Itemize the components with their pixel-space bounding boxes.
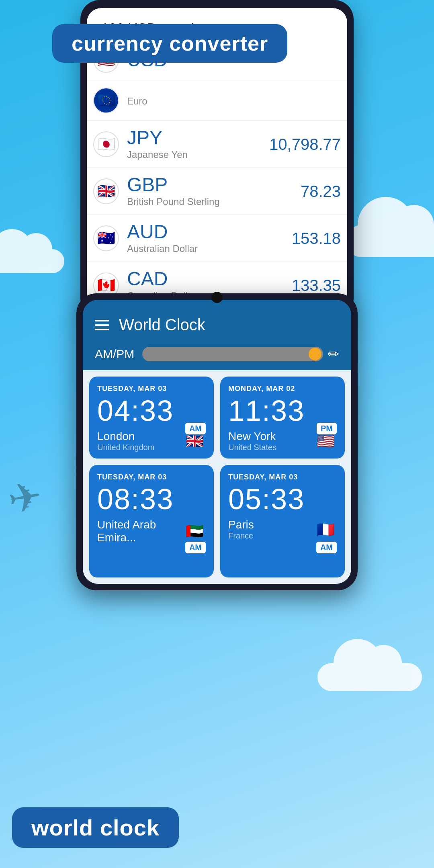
clock-card-paris[interactable]: TUESDAY, MAR 03 05:33 AM Paris France 🇫🇷 <box>220 465 345 577</box>
cloud-decoration-2 <box>0 249 64 273</box>
card-city-row-paris: Paris France 🇫🇷 <box>228 518 337 540</box>
flag-eur: 🇪🇺 <box>93 88 119 113</box>
card-city-info-newyork: New York United States <box>228 430 314 452</box>
card-city-row-uae: United Arab Emira... 🇦🇪 <box>97 518 206 544</box>
currency-value-aud: 153.18 <box>292 229 341 248</box>
currency-info-gbp: GBP British Pound Sterling <box>127 175 301 207</box>
card-flag-newyork: 🇺🇸 <box>314 434 337 449</box>
clock-card-london[interactable]: TUESDAY, MAR 03 04:33 AM London United K… <box>89 377 214 459</box>
card-time-paris: 05:33 <box>228 485 337 514</box>
currency-value-cad: 133.35 <box>292 276 341 295</box>
currency-code-cad: CAD <box>127 269 292 289</box>
airplane-decoration: ✈ <box>4 472 45 524</box>
edit-icon[interactable]: ✏ <box>328 346 339 362</box>
currency-row-gbp: 🇬🇧 GBP British Pound Sterling 78.23 <box>87 168 347 215</box>
world-clock-title: World Clock <box>119 316 339 334</box>
currency-converter-label: currency converter <box>72 32 268 55</box>
clock-grid: TUESDAY, MAR 03 04:33 AM London United K… <box>83 370 351 584</box>
currency-name-aud: Australian Dollar <box>127 243 292 254</box>
hamburger-line-3 <box>95 329 109 330</box>
clock-card-uae[interactable]: TUESDAY, MAR 03 08:33 AM United Arab Emi… <box>89 465 214 577</box>
world-clock-label-box: world clock <box>12 807 179 848</box>
currency-row-jpy: 🇯🇵 JPY Japanese Yen 10,798.77 <box>87 121 347 168</box>
card-city-paris: Paris <box>228 518 314 531</box>
phone-camera <box>211 292 223 303</box>
card-ampm-uae: AM <box>185 542 206 553</box>
card-city-newyork: New York <box>228 430 314 443</box>
card-flag-paris: 🇫🇷 <box>314 522 337 537</box>
card-date-uae: TUESDAY, MAR 03 <box>97 473 206 481</box>
currency-name-eur: Euro <box>127 96 341 107</box>
card-ampm-paris: AM <box>316 542 337 553</box>
world-clock-header: World Clock <box>83 300 351 342</box>
world-clock-subheader: AM/PM ✏ <box>83 342 351 370</box>
toggle-knob <box>309 348 321 360</box>
hamburger-line-2 <box>95 324 109 326</box>
flag-aud: 🇦🇺 <box>93 225 119 251</box>
card-city-info-uae: United Arab Emira... <box>97 518 183 544</box>
currency-code-gbp: GBP <box>127 175 301 194</box>
card-date-paris: TUESDAY, MAR 03 <box>228 473 337 481</box>
card-flag-london: 🇬🇧 <box>183 434 206 449</box>
currency-code-jpy: JPY <box>127 128 269 147</box>
card-flag-uae: 🇦🇪 <box>183 524 206 539</box>
currency-name-jpy: Japanese Yen <box>127 149 269 160</box>
currency-row-aud: 🇦🇺 AUD Australian Dollar 153.18 <box>87 215 347 262</box>
card-ampm-newyork: PM <box>317 423 337 434</box>
currency-info-eur: Euro <box>127 94 341 107</box>
world-clock-label: world clock <box>31 815 160 840</box>
card-country-london: United Kingdom <box>97 443 183 452</box>
currency-name-gbp: British Pound Sterling <box>127 196 301 207</box>
card-city-uae: United Arab Emira... <box>97 518 183 544</box>
cloud-decoration-3 <box>317 663 422 691</box>
card-time-london: 04:33 <box>97 396 206 425</box>
card-time-uae: 08:33 <box>97 485 206 514</box>
currency-info-aud: AUD Australian Dollar <box>127 222 292 254</box>
currency-value-jpy: 10,798.77 <box>269 135 341 154</box>
flag-gbp: 🇬🇧 <box>93 178 119 204</box>
hamburger-menu-button[interactable] <box>95 320 109 330</box>
currency-row-eur: 🇪🇺 Euro <box>87 80 347 121</box>
card-country-newyork: United States <box>228 443 314 452</box>
card-country-paris: France <box>228 531 314 540</box>
hamburger-line-1 <box>95 320 109 321</box>
card-city-info-paris: Paris France <box>228 518 314 540</box>
ampm-toggle[interactable] <box>142 347 323 361</box>
clock-card-newyork[interactable]: MONDAY, MAR 02 11:33 PM New York United … <box>220 377 345 459</box>
ampm-label: AM/PM <box>95 347 134 361</box>
world-clock-phone: World Clock AM/PM ✏ TUESDAY, MAR 03 04:3… <box>76 293 358 590</box>
cloud-decoration-1 <box>346 225 434 257</box>
card-date-london: TUESDAY, MAR 03 <box>97 385 206 393</box>
currency-converter-label-box: currency converter <box>52 24 287 63</box>
card-time-newyork: 11:33 <box>228 396 337 425</box>
card-city-london: London <box>97 430 183 443</box>
flag-jpy: 🇯🇵 <box>93 131 119 157</box>
currency-info-jpy: JPY Japanese Yen <box>127 128 269 160</box>
card-city-info-london: London United Kingdom <box>97 430 183 452</box>
card-date-newyork: MONDAY, MAR 02 <box>228 385 337 393</box>
currency-code-aud: AUD <box>127 222 292 242</box>
card-ampm-london: AM <box>185 423 206 434</box>
currency-value-gbp: 78.23 <box>301 182 341 201</box>
world-clock-screen: World Clock AM/PM ✏ TUESDAY, MAR 03 04:3… <box>83 300 351 584</box>
